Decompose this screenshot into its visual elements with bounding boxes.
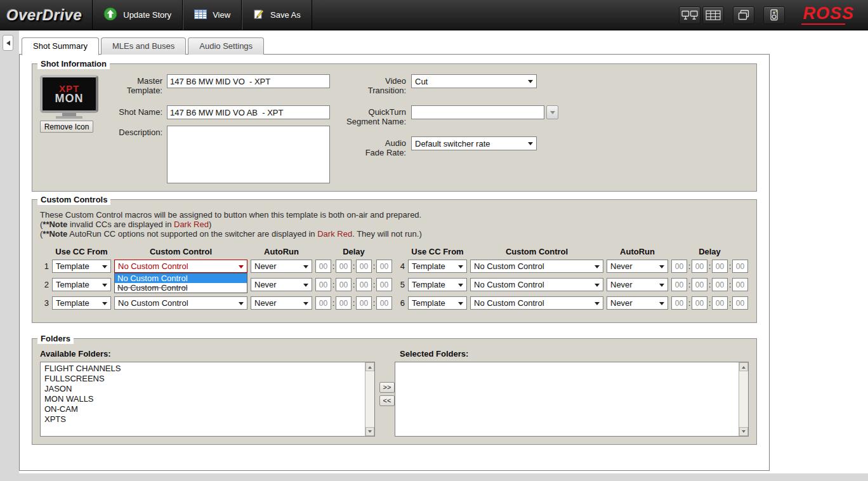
shot-information-legend: Shot Information: [37, 58, 110, 69]
dual-monitor-icon[interactable]: [679, 6, 700, 24]
delay-hours-input[interactable]: [671, 278, 687, 291]
delay-separator: :: [687, 261, 692, 271]
dropdown-arrow-icon: [458, 265, 463, 268]
delay-separator: :: [707, 261, 712, 271]
delay-frames-input[interactable]: [732, 296, 748, 310]
delay-frames-input[interactable]: [732, 278, 748, 291]
delay-hours-input[interactable]: [315, 278, 331, 291]
delay-seconds-input[interactable]: [356, 278, 372, 291]
folder-item[interactable]: FULLSCREENS: [41, 374, 365, 384]
delay-minutes-input[interactable]: [336, 260, 352, 273]
delay-seconds-input[interactable]: [712, 278, 728, 291]
delay-field-group: : : :: [671, 278, 748, 291]
selected-folders-listbox[interactable]: [395, 362, 749, 437]
move-to-selected-button[interactable]: >>: [379, 382, 395, 393]
use-cc-from-select[interactable]: Template: [408, 260, 467, 273]
use-cc-from-select[interactable]: Template: [52, 278, 111, 291]
save-as-button[interactable]: Save As: [242, 0, 312, 30]
delay-minutes-input[interactable]: [692, 296, 707, 310]
custom-control-option[interactable]: No Custom Control: [115, 273, 247, 283]
tab-shot-summary[interactable]: Shot Summary: [22, 37, 99, 55]
available-folders-listbox[interactable]: FLIGHT CHANNELSFULLSCREENSJASONMON WALLS…: [40, 362, 375, 437]
scrollbar[interactable]: [739, 362, 748, 436]
audio-device-icon[interactable]: [763, 6, 785, 24]
use-cc-from-select[interactable]: Template: [408, 278, 467, 291]
custom-controls-legend: Custom Controls: [37, 194, 110, 205]
quickturn-segment-name-input[interactable]: [411, 105, 544, 119]
collapse-panel-button[interactable]: [3, 35, 13, 51]
folder-item[interactable]: JASON: [41, 384, 365, 394]
col-delay: Delay: [671, 247, 748, 256]
delay-seconds-input[interactable]: [356, 296, 372, 310]
custom-control-select[interactable]: No Custom Control: [470, 278, 603, 291]
custom-control-option[interactable]: No Custom Control: [115, 283, 247, 293]
delay-hours-input[interactable]: [671, 296, 687, 310]
cc-note-autorun: (**Note AutoRun CC options not supported…: [40, 229, 749, 239]
quickturn-dropdown-button[interactable]: [546, 105, 558, 119]
autorun-select[interactable]: Never: [251, 296, 312, 310]
custom-control-select[interactable]: No Custom Control No Custom ControlNo Cu…: [114, 260, 247, 273]
description-textarea[interactable]: [167, 126, 330, 183]
delay-minutes-input[interactable]: [336, 296, 352, 310]
delay-seconds-input[interactable]: [712, 296, 728, 310]
delay-seconds-input[interactable]: [712, 260, 728, 273]
delay-frames-input[interactable]: [732, 260, 748, 273]
view-button[interactable]: View: [183, 0, 242, 30]
delay-minutes-input[interactable]: [692, 278, 707, 291]
autorun-select[interactable]: Never: [251, 278, 312, 291]
scrollbar[interactable]: [365, 362, 374, 436]
tab-mles-and-buses[interactable]: MLEs and Buses: [101, 37, 186, 55]
custom-control-select[interactable]: No Custom Control: [470, 260, 603, 273]
autorun-select[interactable]: Never: [607, 296, 668, 310]
delay-seconds-input[interactable]: [356, 260, 372, 273]
folder-item[interactable]: ON-CAM: [41, 404, 365, 414]
delay-hours-input[interactable]: [315, 260, 331, 273]
remove-icon-button[interactable]: Remove Icon: [40, 121, 93, 133]
save-as-icon: [253, 8, 265, 22]
autorun-select[interactable]: Never: [251, 260, 312, 273]
folders-group: Folders Available Folders: FLIGHT CHANNE…: [32, 338, 757, 445]
dropdown-arrow-icon: [239, 302, 244, 305]
delay-hours-input[interactable]: [315, 296, 331, 310]
autorun-select[interactable]: Never: [607, 278, 668, 291]
delay-separator: :: [687, 280, 692, 289]
folder-item[interactable]: MON WALLS: [41, 394, 365, 404]
folder-item[interactable]: FLIGHT CHANNELS: [41, 364, 365, 374]
update-story-button[interactable]: Update Story: [93, 0, 183, 30]
quickturn-segment-name-label: QuickTurn Segment Name:: [331, 105, 406, 126]
master-template-input[interactable]: [167, 74, 330, 88]
dropdown-arrow-icon: [595, 284, 600, 287]
audio-fade-rate-select[interactable]: Default switcher rate: [411, 136, 537, 150]
tab-audio-settings[interactable]: Audio Settings: [188, 37, 264, 55]
cc-row-number: 2: [40, 280, 49, 289]
delay-minutes-input[interactable]: [692, 260, 707, 273]
arrow-up-icon: [742, 364, 746, 369]
delay-frames-input[interactable]: [376, 296, 392, 310]
use-cc-from-select[interactable]: Template: [408, 296, 467, 310]
scroll-down-button[interactable]: [739, 427, 748, 436]
cc-row-number: 3: [40, 298, 49, 308]
folders-legend: Folders: [37, 333, 74, 344]
delay-minutes-input[interactable]: [336, 278, 352, 291]
delay-hours-input[interactable]: [671, 260, 687, 273]
delay-frames-input[interactable]: [376, 260, 392, 273]
custom-control-select[interactable]: No Custom Control: [470, 296, 603, 310]
move-to-available-button[interactable]: <<: [379, 395, 395, 406]
folder-item[interactable]: XPTS: [41, 414, 365, 425]
copy-pages-icon[interactable]: [733, 6, 754, 24]
custom-control-select[interactable]: No Custom Control: [114, 296, 247, 310]
delay-separator: :: [352, 280, 356, 289]
scroll-down-button[interactable]: [365, 427, 374, 436]
video-transition-select[interactable]: Cut: [411, 74, 537, 88]
cc-row-number: 6: [396, 298, 405, 308]
shot-name-label: Shot Name:: [105, 105, 162, 117]
grid-panel-icon[interactable]: [702, 6, 724, 24]
use-cc-from-select[interactable]: Template: [52, 296, 111, 310]
delay-frames-input[interactable]: [376, 278, 392, 291]
scroll-up-button[interactable]: [365, 362, 374, 371]
autorun-select[interactable]: Never: [607, 260, 668, 273]
dropdown-arrow-icon: [659, 302, 664, 305]
shot-name-input[interactable]: [167, 105, 330, 119]
scroll-up-button[interactable]: [739, 362, 748, 371]
use-cc-from-select[interactable]: Template: [52, 260, 111, 273]
